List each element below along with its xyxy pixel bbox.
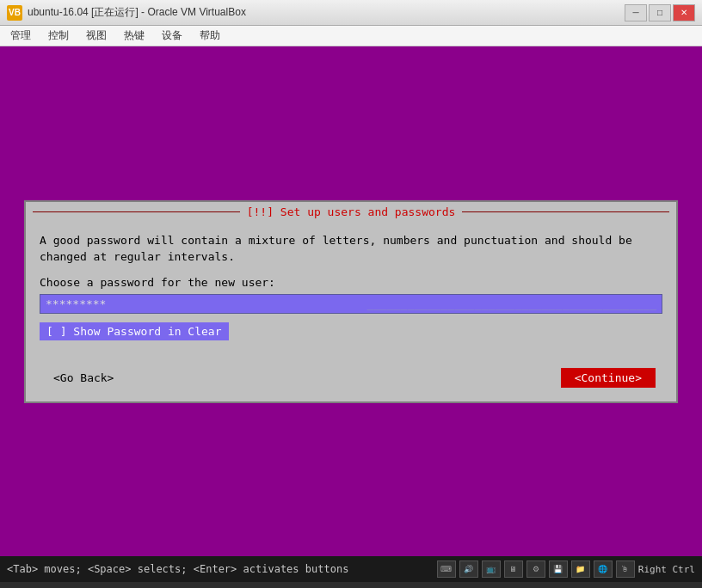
- dialog-title: [!!] Set up users and passwords: [240, 205, 463, 218]
- titlebar-left: VB ubuntu-16.04 [正在运行] - Oracle VM Virtu…: [7, 5, 246, 21]
- minimize-button[interactable]: ─: [625, 4, 647, 21]
- setup-dialog: [!!] Set up users and passwords A good p…: [24, 200, 678, 403]
- title-line-right: [462, 211, 669, 212]
- status-icon-5: ⚙: [526, 560, 545, 578]
- dialog-description: A good password will contain a mixture o…: [40, 232, 662, 266]
- titlebar: VB ubuntu-16.04 [正在运行] - Oracle VM Virtu…: [0, 0, 702, 26]
- status-icon-6: 💾: [549, 560, 568, 578]
- status-icon-8: 🌐: [594, 560, 613, 578]
- window-controls: ─ □ ✕: [625, 4, 695, 21]
- statusbar: <Tab> moves; <Space> selects; <Enter> ac…: [0, 556, 702, 582]
- menu-devices[interactable]: 设备: [155, 27, 189, 45]
- continue-button[interactable]: <Continue>: [561, 368, 656, 388]
- maximize-button[interactable]: □: [649, 4, 671, 21]
- close-button[interactable]: ✕: [673, 4, 695, 21]
- menubar: 管理 控制 视图 热键 设备 帮助: [0, 26, 702, 46]
- vm-display: [!!] Set up users and passwords A good p…: [0, 46, 702, 556]
- status-icon-1: ⌨: [437, 560, 456, 578]
- password-dashes: ________________________________________…: [366, 297, 656, 310]
- dialog-titlebar: [!!] Set up users and passwords: [26, 202, 676, 222]
- menu-manage[interactable]: 管理: [3, 27, 38, 45]
- status-icon-3: 📺: [482, 560, 501, 578]
- menu-help[interactable]: 帮助: [193, 27, 227, 45]
- password-value: *********: [46, 297, 366, 310]
- dialog-content: A good password will contain a mixture o…: [26, 222, 676, 401]
- right-ctrl-label: Right Ctrl: [638, 564, 695, 575]
- status-icon-9: 🖱: [616, 560, 635, 578]
- show-password-checkbox[interactable]: [ ] Show Password in Clear: [40, 322, 662, 354]
- menu-view[interactable]: 视图: [79, 27, 114, 45]
- title-line-left: [33, 211, 240, 212]
- status-text: <Tab> moves; <Space> selects; <Enter> ac…: [7, 563, 348, 575]
- virtualbox-icon: VB: [7, 5, 22, 21]
- status-icon-2: 🔊: [459, 560, 478, 578]
- titlebar-title: ubuntu-16.04 [正在运行] - Oracle VM VirtualB…: [28, 5, 246, 20]
- status-icons: ⌨ 🔊 📺 🖥 ⚙ 💾 📁 🌐 🖱 Right Ctrl: [437, 560, 695, 578]
- go-back-button[interactable]: <Go Back>: [46, 368, 120, 388]
- password-field[interactable]: ********* ______________________________…: [40, 294, 662, 314]
- password-label: Choose a password for the new user:: [40, 276, 662, 289]
- status-icon-4: 🖥: [504, 560, 523, 578]
- menu-hotkeys[interactable]: 热键: [117, 27, 151, 45]
- status-icon-7: 📁: [571, 560, 590, 578]
- menu-control[interactable]: 控制: [41, 27, 76, 45]
- buttons-row: <Go Back> <Continue>: [40, 368, 662, 388]
